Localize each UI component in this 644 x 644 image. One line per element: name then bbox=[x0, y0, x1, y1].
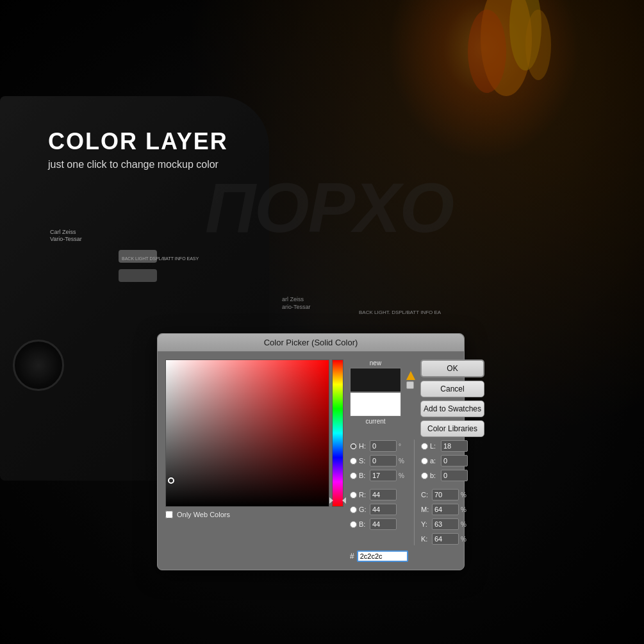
s-radio[interactable] bbox=[350, 458, 357, 465]
cancel-button[interactable]: Cancel bbox=[420, 381, 484, 397]
new-label: new bbox=[370, 359, 381, 367]
bri-row: B: % bbox=[350, 469, 408, 482]
add-to-swatches-button[interactable]: Add to Swatches bbox=[420, 400, 484, 417]
h-radio[interactable] bbox=[350, 443, 357, 450]
bri-radio[interactable] bbox=[350, 472, 357, 479]
y-unit: % bbox=[461, 521, 470, 528]
only-web-colors-checkbox[interactable] bbox=[165, 511, 173, 518]
m-row: M: % bbox=[421, 503, 479, 516]
color-gradient-field[interactable] bbox=[165, 359, 329, 507]
h-label: H: bbox=[359, 442, 368, 450]
fields-area: H: ° S: % B: bbox=[350, 440, 484, 545]
r-row: R: bbox=[350, 488, 408, 501]
c-label: C: bbox=[421, 491, 430, 499]
preview-icons bbox=[406, 371, 415, 389]
a-radio[interactable] bbox=[421, 458, 428, 465]
hex-hash: # bbox=[350, 552, 354, 561]
dialog-title: Color Picker (Solid Color) bbox=[264, 338, 358, 347]
k-label: K: bbox=[421, 535, 430, 543]
a-input[interactable] bbox=[441, 455, 468, 466]
r-label: R: bbox=[359, 491, 368, 499]
m-unit: % bbox=[461, 506, 470, 513]
bri-label: B: bbox=[359, 472, 368, 479]
l-radio[interactable] bbox=[421, 443, 428, 450]
s-label: S: bbox=[359, 457, 368, 465]
fields-divider bbox=[414, 440, 415, 545]
g-label: G: bbox=[359, 506, 368, 513]
color-picker-dialog: Color Picker (Solid Color) Only Web Colo… bbox=[157, 333, 465, 570]
hsb-rgb-col: H: ° S: % B: bbox=[350, 440, 408, 545]
a-label: a: bbox=[430, 457, 439, 465]
g-row: G: bbox=[350, 503, 408, 516]
b-lab-input[interactable] bbox=[441, 470, 468, 481]
color-gradient-cursor bbox=[168, 477, 174, 484]
blue-row: B: bbox=[350, 518, 408, 531]
color-new-box bbox=[350, 368, 401, 392]
blue-input[interactable] bbox=[370, 518, 397, 530]
camera-lens bbox=[13, 340, 64, 391]
dialog-titlebar: Color Picker (Solid Color) bbox=[158, 334, 464, 352]
g-radio[interactable] bbox=[350, 506, 357, 513]
hue-arrow-left bbox=[329, 497, 333, 504]
h-row: H: ° bbox=[350, 440, 408, 452]
color-current-box bbox=[350, 392, 401, 417]
l-input[interactable] bbox=[441, 440, 468, 452]
b-row: b: bbox=[421, 469, 479, 482]
r-input[interactable] bbox=[370, 489, 397, 500]
right-panel: new current OK Cancel Add to Swatches Co… bbox=[350, 359, 484, 562]
dialog-body: Only Web Colors new current bbox=[158, 352, 464, 570]
headline-title: COLOR LAYER bbox=[48, 128, 228, 155]
blue-radio[interactable] bbox=[350, 521, 357, 528]
blue-label: B: bbox=[359, 520, 368, 528]
b-lab-radio[interactable] bbox=[421, 472, 428, 479]
y-row: Y: % bbox=[421, 518, 479, 531]
k-unit: % bbox=[461, 536, 470, 543]
r-radio[interactable] bbox=[350, 491, 357, 499]
current-label: current bbox=[365, 418, 385, 425]
c-input[interactable] bbox=[432, 489, 459, 500]
l-label: L: bbox=[430, 442, 439, 450]
m-label: M: bbox=[421, 506, 430, 513]
k-input[interactable] bbox=[432, 533, 459, 545]
headline-subtitle: just one click to change mockup color bbox=[48, 159, 228, 170]
color-field-area: Only Web Colors bbox=[165, 359, 343, 562]
g-input[interactable] bbox=[370, 504, 397, 515]
hex-row: # bbox=[350, 550, 484, 562]
hue-slider[interactable] bbox=[332, 359, 343, 507]
b-lab-label: b: bbox=[430, 472, 439, 479]
color-warning-icon[interactable] bbox=[406, 371, 415, 380]
h-input[interactable] bbox=[370, 440, 397, 452]
headline-area: COLOR LAYER just one click to change moc… bbox=[48, 128, 228, 170]
action-buttons: OK Cancel Add to Swatches Color Librarie… bbox=[420, 359, 484, 437]
a-row: a: bbox=[421, 454, 479, 467]
fire-glow bbox=[388, 0, 580, 160]
only-web-colors-row: Only Web Colors bbox=[165, 511, 343, 518]
k-row: K: % bbox=[421, 533, 479, 545]
bri-input[interactable] bbox=[370, 470, 397, 481]
s-input[interactable] bbox=[370, 455, 397, 466]
hue-arrow-right bbox=[342, 497, 346, 504]
only-web-colors-label: Only Web Colors bbox=[177, 511, 230, 518]
color-gamut-icon[interactable] bbox=[406, 381, 414, 389]
bri-unit: % bbox=[399, 472, 408, 479]
m-input[interactable] bbox=[432, 504, 459, 515]
color-libraries-button[interactable]: Color Libraries bbox=[420, 420, 484, 437]
h-unit: ° bbox=[399, 443, 408, 450]
hex-input[interactable] bbox=[357, 550, 408, 562]
color-preview-stack: new current bbox=[350, 359, 401, 425]
y-label: Y: bbox=[421, 520, 430, 528]
ok-button[interactable]: OK bbox=[420, 359, 484, 377]
c-row: C: % bbox=[421, 488, 479, 501]
s-unit: % bbox=[399, 458, 408, 465]
s-row: S: % bbox=[350, 454, 408, 467]
y-input[interactable] bbox=[432, 518, 459, 530]
lab-cmyk-col: L: a: b: bbox=[421, 440, 479, 545]
l-row: L: bbox=[421, 440, 479, 452]
c-unit: % bbox=[461, 491, 470, 499]
